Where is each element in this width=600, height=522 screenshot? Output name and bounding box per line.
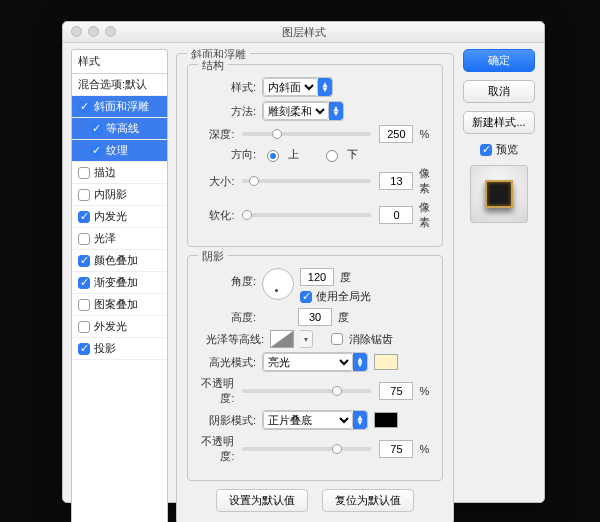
shadow-mode-select[interactable]: 正片叠底▲▼ bbox=[262, 410, 368, 430]
highlight-opacity-unit: % bbox=[419, 385, 432, 397]
main-panel: 斜面和浮雕 结构 样式: 内斜面▲▼ 方法: 雕刻柔和▲▼ 深度: % 方向: bbox=[176, 49, 454, 522]
row-blend-defaults[interactable]: 混合选项:默认 bbox=[72, 74, 167, 96]
make-default-button[interactable]: 设置为默认值 bbox=[216, 489, 308, 512]
shadow-mode-label: 阴影模式: bbox=[198, 413, 256, 428]
highlight-opacity-input[interactable] bbox=[379, 382, 413, 400]
pattern-overlay-checkbox[interactable] bbox=[78, 299, 90, 311]
style-select[interactable]: 内斜面▲▼ bbox=[262, 77, 333, 97]
highlight-mode-select[interactable]: 亮光▲▼ bbox=[262, 352, 368, 372]
angle-dial[interactable] bbox=[262, 268, 294, 300]
row-pattern-overlay[interactable]: 图案叠加 bbox=[72, 294, 167, 316]
row-gradient-overlay[interactable]: 渐变叠加 bbox=[72, 272, 167, 294]
inner-shadow-label: 内阴影 bbox=[94, 187, 127, 202]
layer-style-dialog: 图层样式 样式 混合选项:默认 斜面和浮雕 等高线 纹理 描边 内阴影 内发光 … bbox=[62, 21, 545, 503]
structure-legend: 结构 bbox=[198, 58, 228, 73]
chevron-updown-icon: ▲▼ bbox=[353, 353, 367, 371]
altitude-input[interactable] bbox=[298, 308, 332, 326]
color-overlay-label: 颜色叠加 bbox=[94, 253, 138, 268]
new-style-button[interactable]: 新建样式... bbox=[463, 111, 535, 134]
soften-label: 软化: bbox=[198, 208, 234, 223]
size-unit: 像素 bbox=[419, 166, 432, 196]
outer-glow-checkbox[interactable] bbox=[78, 321, 90, 333]
drop-shadow-label: 投影 bbox=[94, 341, 116, 356]
antialias-label: 消除锯齿 bbox=[349, 332, 393, 347]
preview-label: 预览 bbox=[496, 142, 518, 157]
side-panel: 确定 取消 新建样式... 预览 bbox=[462, 49, 536, 522]
shadow-opacity-unit: % bbox=[419, 443, 432, 455]
size-slider[interactable] bbox=[242, 179, 371, 183]
styles-header[interactable]: 样式 bbox=[72, 50, 167, 74]
footer-buttons: 设置为默认值 复位为默认值 bbox=[187, 489, 443, 512]
shading-group: 阴影 角度: 度 使用全局光 bbox=[187, 255, 443, 481]
gloss-label: 光泽等高线: bbox=[198, 332, 264, 347]
row-satin[interactable]: 光泽 bbox=[72, 228, 167, 250]
global-light-checkbox[interactable] bbox=[300, 291, 312, 303]
angle-label: 角度: bbox=[198, 268, 256, 289]
depth-label: 深度: bbox=[198, 127, 234, 142]
highlight-opacity-slider[interactable] bbox=[242, 389, 371, 393]
stroke-checkbox[interactable] bbox=[78, 167, 90, 179]
altitude-label: 高度: bbox=[198, 310, 256, 325]
shadow-opacity-slider[interactable] bbox=[242, 447, 371, 451]
direction-up-label: 上 bbox=[288, 147, 299, 162]
angle-unit: 度 bbox=[340, 270, 351, 285]
depth-input[interactable] bbox=[379, 125, 413, 143]
satin-checkbox[interactable] bbox=[78, 233, 90, 245]
row-inner-glow[interactable]: 内发光 bbox=[72, 206, 167, 228]
cancel-button[interactable]: 取消 bbox=[463, 80, 535, 103]
size-input[interactable] bbox=[379, 172, 413, 190]
titlebar[interactable]: 图层样式 bbox=[63, 22, 544, 43]
angle-input[interactable] bbox=[300, 268, 334, 286]
inner-shadow-checkbox[interactable] bbox=[78, 189, 90, 201]
shadow-color-swatch[interactable] bbox=[374, 412, 398, 428]
row-drop-shadow[interactable]: 投影 bbox=[72, 338, 167, 360]
highlight-color-swatch[interactable] bbox=[374, 354, 398, 370]
zoom-icon[interactable] bbox=[105, 26, 116, 37]
minimize-icon[interactable] bbox=[88, 26, 99, 37]
depth-slider[interactable] bbox=[242, 132, 371, 136]
close-icon[interactable] bbox=[71, 26, 82, 37]
direction-down-label: 下 bbox=[347, 147, 358, 162]
window-title: 图层样式 bbox=[282, 26, 326, 38]
contour-checkbox[interactable] bbox=[90, 123, 102, 135]
row-color-overlay[interactable]: 颜色叠加 bbox=[72, 250, 167, 272]
shadow-opacity-label: 不透明度: bbox=[198, 434, 234, 464]
pattern-overlay-label: 图案叠加 bbox=[94, 297, 138, 312]
row-inner-shadow[interactable]: 内阴影 bbox=[72, 184, 167, 206]
gradient-overlay-label: 渐变叠加 bbox=[94, 275, 138, 290]
window-controls[interactable] bbox=[71, 26, 116, 37]
gloss-contour-picker[interactable] bbox=[270, 330, 294, 348]
texture-checkbox[interactable] bbox=[90, 145, 102, 157]
depth-unit: % bbox=[419, 128, 432, 140]
highlight-opacity-label: 不透明度: bbox=[198, 376, 234, 406]
soften-input[interactable] bbox=[379, 206, 413, 224]
preview-checkbox[interactable] bbox=[480, 144, 492, 156]
row-outer-glow[interactable]: 外发光 bbox=[72, 316, 167, 338]
row-bevel[interactable]: 斜面和浮雕 bbox=[72, 96, 167, 118]
row-texture[interactable]: 纹理 bbox=[72, 140, 167, 162]
styles-list: 样式 混合选项:默认 斜面和浮雕 等高线 纹理 描边 内阴影 内发光 光泽 颜色… bbox=[71, 49, 168, 522]
soften-unit: 像素 bbox=[419, 200, 432, 230]
drop-shadow-checkbox[interactable] bbox=[78, 343, 90, 355]
structure-group: 结构 样式: 内斜面▲▼ 方法: 雕刻柔和▲▼ 深度: % 方向: 上 bbox=[187, 64, 443, 247]
chevron-updown-icon: ▲▼ bbox=[329, 102, 343, 120]
gradient-overlay-checkbox[interactable] bbox=[78, 277, 90, 289]
row-contour[interactable]: 等高线 bbox=[72, 118, 167, 140]
shading-legend: 阴影 bbox=[198, 249, 228, 264]
inner-glow-checkbox[interactable] bbox=[78, 211, 90, 223]
row-stroke[interactable]: 描边 bbox=[72, 162, 167, 184]
technique-select[interactable]: 雕刻柔和▲▼ bbox=[262, 101, 344, 121]
global-light-label: 使用全局光 bbox=[316, 289, 371, 304]
direction-down-radio[interactable] bbox=[326, 150, 338, 162]
reset-default-button[interactable]: 复位为默认值 bbox=[322, 489, 414, 512]
ok-button[interactable]: 确定 bbox=[463, 49, 535, 72]
color-overlay-checkbox[interactable] bbox=[78, 255, 90, 267]
soften-slider[interactable] bbox=[242, 213, 371, 217]
bevel-checkbox[interactable] bbox=[78, 101, 90, 113]
chevron-down-icon[interactable]: ▼ bbox=[300, 330, 313, 348]
shadow-opacity-input[interactable] bbox=[379, 440, 413, 458]
inner-glow-label: 内发光 bbox=[94, 209, 127, 224]
antialias-checkbox[interactable] bbox=[331, 333, 343, 345]
direction-up-radio[interactable] bbox=[267, 150, 279, 162]
chevron-updown-icon: ▲▼ bbox=[318, 78, 332, 96]
